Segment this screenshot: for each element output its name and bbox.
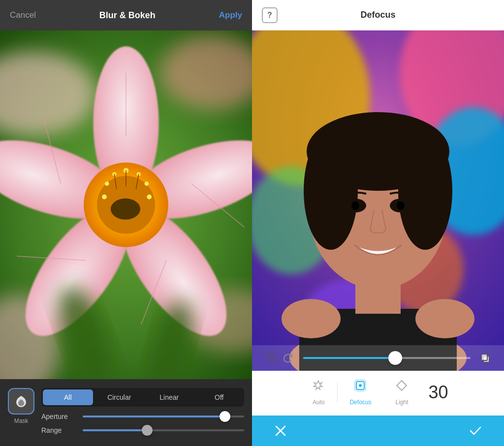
segment-off-button[interactable]: Off: [194, 388, 245, 407]
right-slider-thumb[interactable]: [388, 351, 402, 365]
right-image-area: [252, 30, 504, 371]
range-slider-row: Range: [41, 426, 244, 434]
confirm-icon: [469, 424, 482, 438]
sparkle-icon: [312, 379, 325, 392]
left-image-area: [0, 30, 252, 379]
aperture-fill: [83, 416, 225, 417]
right-tool-panel: Auto Defocus: [252, 371, 504, 416]
svg-point-21: [105, 181, 109, 186]
copy-icon: [479, 352, 491, 364]
svg-point-48: [282, 299, 341, 338]
svg-point-23: [102, 195, 107, 200]
defocus-tool-item[interactable]: Defocus: [338, 379, 383, 406]
range-label: Range: [41, 426, 77, 434]
copy-button[interactable]: [476, 349, 494, 367]
segment-linear-button[interactable]: Linear: [144, 388, 194, 407]
mask-controls-right: All Circular Linear Off Aperture Range: [41, 388, 244, 434]
diamond-icon: [395, 379, 409, 392]
right-slider-container: [297, 357, 476, 359]
right-title: Defocus: [360, 10, 395, 20]
defocus-label: Defocus: [349, 399, 371, 406]
right-header: ? Defocus: [252, 0, 504, 30]
cancel-icon: [274, 424, 287, 437]
mask-button-group: Mask: [8, 388, 34, 424]
svg-point-22: [147, 195, 152, 200]
svg-point-47: [397, 201, 405, 210]
right-slider[interactable]: [303, 357, 471, 359]
mask-icon: [14, 394, 28, 408]
defocus-svg-icon: [353, 379, 367, 392]
right-panel: ? Defocus: [252, 0, 504, 446]
light-icon: [395, 379, 409, 396]
auto-icon: [312, 379, 325, 396]
help-button[interactable]: ?: [262, 7, 278, 23]
mask-label: Mask: [14, 417, 29, 424]
left-panel: Cancel Blur & Bokeh Apply: [0, 0, 252, 446]
range-slider[interactable]: [83, 429, 244, 431]
redo-icon: [283, 353, 294, 363]
aperture-thumb[interactable]: [220, 411, 230, 422]
left-title: Blur & Bokeh: [99, 10, 156, 21]
aperture-label: Aperture: [41, 413, 77, 420]
image-toolbar: [252, 345, 504, 371]
segment-circular-button[interactable]: Circular: [94, 388, 145, 407]
left-bottom-controls: Mask All Circular Linear Off Aperture: [0, 379, 252, 446]
range-fill: [83, 429, 147, 431]
portrait-image: [252, 30, 504, 371]
light-label: Light: [395, 399, 408, 406]
svg-point-54: [359, 384, 362, 387]
mask-icon-button[interactable]: [8, 388, 34, 415]
aperture-slider-row: Aperture: [41, 413, 244, 420]
flower-image: [0, 30, 252, 379]
light-tool-item[interactable]: Light: [383, 379, 420, 406]
undo-button[interactable]: [262, 349, 280, 367]
cancel-button[interactable]: Cancel: [10, 10, 36, 20]
cancel-action-button[interactable]: [272, 422, 289, 440]
tool-icons-row: Auto Defocus: [252, 379, 504, 406]
right-bottom-bar: [252, 416, 504, 446]
svg-point-46: [351, 201, 359, 210]
auto-label: Auto: [313, 399, 325, 406]
segment-all-button[interactable]: All: [43, 389, 93, 405]
undo-icon: [265, 353, 276, 363]
svg-point-27: [111, 199, 140, 220]
range-thumb[interactable]: [142, 425, 153, 436]
auto-tool-item[interactable]: Auto: [300, 379, 337, 406]
redo-button[interactable]: [280, 349, 297, 367]
svg-point-20: [145, 181, 149, 186]
segment-buttons: All Circular Linear Off: [41, 388, 244, 407]
aperture-slider[interactable]: [83, 416, 244, 417]
defocus-icon: [353, 379, 367, 396]
left-header: Cancel Blur & Bokeh Apply: [0, 0, 252, 30]
svg-point-49: [415, 299, 474, 338]
svg-rect-51: [481, 354, 487, 360]
tool-value-display: 30: [420, 384, 456, 401]
apply-button[interactable]: Apply: [219, 10, 242, 20]
confirm-action-button[interactable]: [467, 422, 484, 440]
right-slider-fill: [303, 357, 395, 359]
